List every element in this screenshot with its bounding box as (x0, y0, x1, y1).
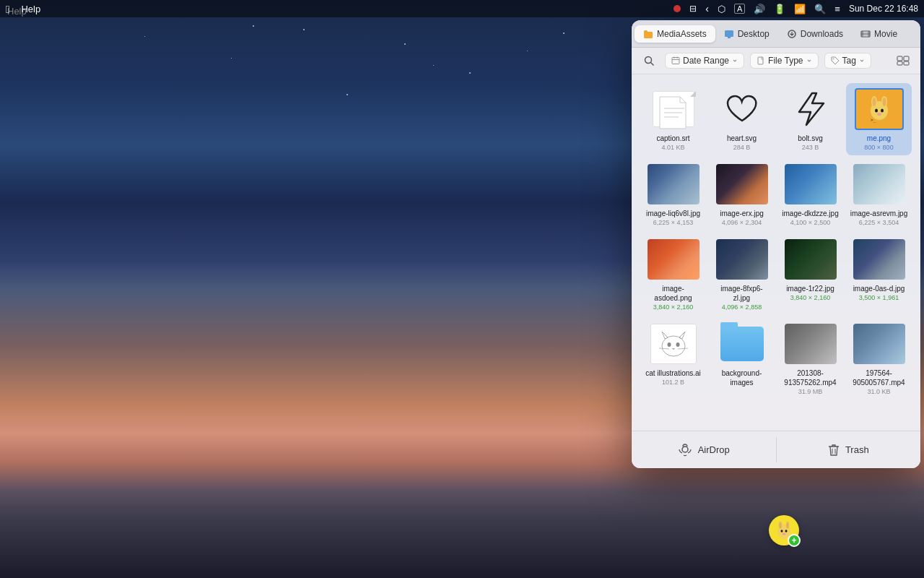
svg-point-42 (781, 530, 783, 532)
folder-icon (718, 324, 766, 363)
svg-point-22 (872, 98, 876, 106)
file-type-filter[interactable]: File Type (750, 53, 818, 69)
file-meta-caption: 4.01 KB (661, 144, 684, 151)
file-thumb-heart (716, 87, 768, 131)
volume-icon[interactable]: 🔊 (754, 4, 765, 14)
control-center-icon[interactable]: ≡ (834, 4, 840, 14)
file-name-heart: heart.svg (727, 134, 757, 143)
file-item-vid-201[interactable]: 201308-913575262.mp4 31.9 MB (777, 318, 843, 400)
img-erx-thumb (716, 164, 768, 204)
keyboard-icon[interactable]: A (734, 4, 745, 14)
file-item-cat-ai[interactable]: cat illustrations.ai 101.2 B (640, 318, 706, 400)
file-name-0as: image-0as-d.jpg (853, 284, 905, 293)
folder-shape (720, 327, 764, 361)
window-icon[interactable]: ⊟ (689, 4, 697, 14)
ai-file-thumb (650, 324, 697, 364)
svg-rect-10 (758, 57, 763, 64)
tab-desktop-label: Desktop (738, 29, 770, 39)
search-button[interactable] (639, 52, 659, 69)
svg-rect-15 (904, 61, 909, 65)
file-name-bolt: bolt.svg (798, 134, 822, 143)
file-item-bolt-svg[interactable]: bolt.svg 243 B (777, 83, 843, 155)
wifi-icon[interactable]: 📶 (794, 4, 806, 14)
file-name-folder: background-images (713, 368, 771, 387)
file-meta-dkd: 4,100 × 2,500 (790, 219, 830, 226)
file-name-liq: image-liq6v8l.jpg (646, 209, 700, 218)
file-grid: caption.srt 4.01 KB heart.svg 284 B (632, 74, 920, 431)
img-197-thumb (853, 324, 905, 364)
me-png-thumb: >_ (855, 88, 904, 130)
bluetooth-icon[interactable]: ⬡ (718, 4, 725, 14)
svg-point-24 (875, 109, 878, 113)
img-liq-thumb (648, 164, 699, 204)
menubar-help[interactable]: Help (21, 4, 40, 14)
bottom-divider (776, 437, 777, 462)
tab-bar: MediaAssets Desktop Downloads Movie (632, 20, 920, 48)
file-thumb-erx (716, 163, 768, 206)
file-item-background-folder[interactable]: background-images (709, 318, 775, 400)
battery-icon[interactable]: 🔋 (774, 4, 785, 14)
back-icon[interactable]: ‹ (705, 3, 709, 14)
file-thumb-vid197 (853, 322, 905, 366)
menubar:  Help ⊟ ‹ ⬡ A 🔊 🔋 📶 🔍 ≡ AirDrop Sun Dec… (0, 0, 924, 17)
tab-movie[interactable]: Movie (852, 25, 906, 43)
spotlight-icon[interactable]: 🔍 (814, 4, 826, 14)
trash-button[interactable]: Trash (780, 434, 918, 465)
svg-point-43 (785, 530, 788, 532)
tab-desktop[interactable]: Desktop (715, 25, 778, 43)
bolt-svg-thumb (789, 90, 832, 128)
airdrop-button[interactable]: AirDrop (635, 434, 773, 465)
desktop-icon (724, 29, 734, 39)
svg-rect-0 (725, 30, 733, 37)
file-name-cat-ai: cat illustrations.ai (645, 368, 701, 378)
svg-point-41 (786, 522, 789, 529)
file-name-vid197: 197564-905005767.mp4 (850, 368, 908, 387)
file-item-liq[interactable]: image-liq6v8l.jpg 6,225 × 4,153 (640, 158, 706, 230)
img-0as-thumb (853, 239, 905, 280)
svg-point-23 (882, 98, 886, 106)
file-thumb-8fx (716, 238, 768, 281)
file-item-asr[interactable]: image-asrevm.jpg 6,225 × 3,504 (846, 158, 912, 230)
file-name-erx: image-erx.jpg (720, 209, 764, 218)
file-meta-8fx: 4,096 × 2,858 (722, 303, 762, 311)
svg-rect-12 (897, 56, 902, 61)
file-item-8fx[interactable]: image-8fxp6-zl.jpg 4,096 × 2,858 (709, 233, 775, 315)
tab-media-assets-label: MediaAssets (657, 29, 707, 39)
file-item-vid-197[interactable]: 197564-905005767.mp4 31.0 KB (846, 318, 912, 400)
svg-text:>_: >_ (871, 117, 876, 123)
file-meta-asr: 6,225 × 3,504 (859, 219, 899, 226)
img-201-thumb (785, 324, 837, 364)
file-thumb-me: >_ (853, 87, 905, 131)
svg-point-11 (832, 59, 834, 60)
file-thumb-dkd (785, 163, 837, 206)
svg-rect-13 (904, 56, 909, 61)
svg-rect-14 (897, 61, 902, 65)
file-item-heart-svg[interactable]: heart.svg 284 B (709, 83, 775, 155)
toolbar: Date Range File Type Tag (632, 48, 920, 74)
svg-rect-1 (728, 37, 731, 38)
tag-filter[interactable]: Tag (824, 53, 871, 69)
file-item-me-png[interactable]: >_ me.png 800 × 800 (846, 83, 912, 155)
tab-downloads[interactable]: Downloads (778, 25, 852, 43)
date-range-filter[interactable]: Date Range (665, 53, 744, 69)
file-item-asd[interactable]: image-asdoed.png 3,840 × 2,160 (640, 233, 706, 315)
file-meta-asd: 3,840 × 2,160 (653, 303, 693, 311)
file-item-caption-srt[interactable]: caption.srt 4.01 KB (640, 83, 706, 155)
view-toggle[interactable] (893, 52, 913, 69)
apple-menu[interactable]:  (6, 3, 9, 15)
file-item-0as[interactable]: image-0as-d.jpg 3,500 × 1,961 (846, 233, 912, 315)
file-meta-heart: 284 B (733, 144, 751, 151)
plus-badge: + (788, 534, 801, 547)
file-item-erx[interactable]: image-erx.jpg 4,096 × 2,304 (709, 158, 775, 230)
tab-media-assets[interactable]: MediaAssets (635, 25, 715, 43)
svg-point-44 (783, 533, 786, 535)
bunny-drag-icon[interactable]: + (769, 515, 799, 545)
airdrop-label: AirDrop (698, 444, 730, 455)
file-meta-liq: 6,225 × 4,153 (653, 219, 693, 226)
file-item-1r2[interactable]: image-1r22.jpg 3,840 × 2,160 (777, 233, 843, 315)
drag-drop-icon[interactable]: + (769, 515, 806, 553)
file-name-1r2: image-1r22.jpg (786, 284, 834, 293)
svg-point-30 (667, 342, 671, 347)
svg-point-31 (676, 342, 679, 347)
file-item-dkd[interactable]: image-dkdzze.jpg 4,100 × 2,500 (777, 158, 843, 230)
